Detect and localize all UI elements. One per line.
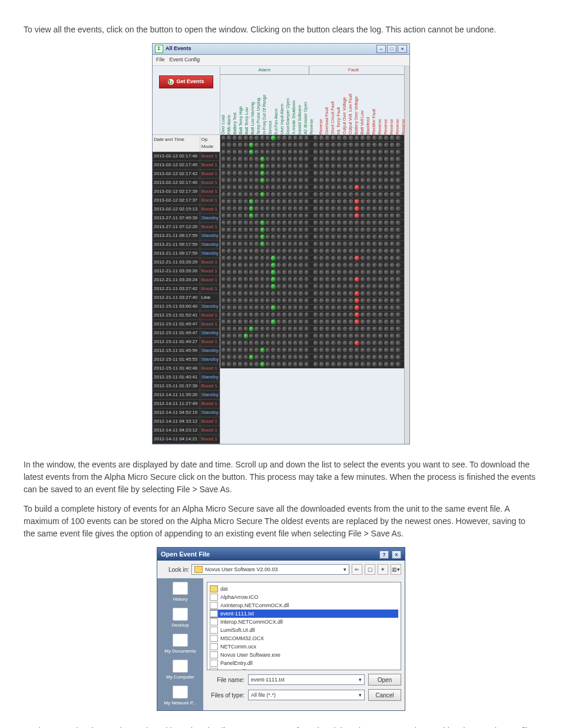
status-dot <box>271 298 275 303</box>
table-row[interactable]: 2013-21-11 09:17:59Standby <box>153 241 220 249</box>
menu-event-config[interactable]: Event Config <box>170 56 200 64</box>
status-dot <box>293 341 297 345</box>
table-row[interactable]: 2012-14-11 04:14:21Boost 1 <box>153 435 220 444</box>
status-dot <box>355 178 359 183</box>
file-item[interactable]: PanelEntry.dll <box>210 659 398 667</box>
cell-opmode: Boost 1 <box>200 426 220 434</box>
status-dot <box>313 355 318 360</box>
status-dot <box>319 319 324 324</box>
table-row[interactable]: 2012-14-11 11:27:49Boost 1 <box>153 400 220 409</box>
file-item[interactable]: XPStyle.dll <box>210 667 398 670</box>
table-row[interactable]: 2012-14-11 11:35:26Standby <box>153 391 220 400</box>
status-dot <box>233 334 237 338</box>
file-item[interactable]: AxInterop.NETCommOCX.dll <box>210 601 398 610</box>
status-dot <box>361 242 365 246</box>
alarm-col-label: FAN Alarm <box>226 74 232 134</box>
filename-input[interactable]: event-1111.txt ▾ <box>248 674 365 685</box>
file-list[interactable]: datAlphaArrow.ICOAxInterop.NETCommOCX.dl… <box>207 582 401 670</box>
table-row[interactable]: 2013-27-11 07:12:20Boost 1 <box>153 223 220 232</box>
file-item[interactable]: AlphaArrow.ICO <box>210 593 398 601</box>
status-dot <box>355 256 359 261</box>
table-row[interactable]: 2013-21-11 09:17:59Standby <box>153 232 220 241</box>
table-row[interactable]: 2013-02-12 02:17:37Boost 1 <box>153 196 220 205</box>
close-button[interactable]: × <box>392 551 401 559</box>
status-dot <box>260 164 265 169</box>
file-item[interactable]: NETComm.ocx <box>210 643 398 651</box>
table-row[interactable]: 2012-15-11 01:52:41Boost 1 <box>153 311 220 320</box>
open-button[interactable]: Open <box>368 674 401 686</box>
table-row[interactable]: 2012-14-11 04:52:19Standby <box>153 409 220 417</box>
file-item[interactable]: Novus User Software.exe <box>210 651 398 659</box>
table-row[interactable]: 2013-02-12 02:17:39Boost 1 <box>153 187 220 196</box>
table-row[interactable]: 2013-27-11 07:49:39Standby <box>153 214 220 223</box>
table-row[interactable]: 2013-21-11 09:17:59Standby <box>153 249 220 258</box>
table-row[interactable]: 2012-21-11 03:28:24Boost 1 <box>153 276 220 285</box>
status-dot <box>249 334 253 338</box>
table-row[interactable]: 2012-15-11 01:40:48Boost 1 <box>153 364 220 373</box>
table-row[interactable]: 2012-14-11 04:23:12Boost 1 <box>153 426 220 435</box>
view-menu-button[interactable]: ▥▾ <box>391 564 401 575</box>
file-item[interactable]: Interop.NETCommOCX.dll <box>210 618 398 626</box>
table-row[interactable]: 2012-21-11 03:28:26Boost 1 <box>153 267 220 276</box>
table-row[interactable]: 2012-21-11 03:28:29Boost 1 <box>153 258 220 267</box>
file-item[interactable]: LumiSoft.UI.dll <box>210 626 398 634</box>
status-dot <box>277 277 281 282</box>
table-row[interactable]: 2012-15-11 01:49:47Boost 1 <box>153 320 220 329</box>
maximize-button[interactable]: □ <box>387 45 396 53</box>
status-dot <box>361 157 365 162</box>
table-row[interactable]: 2012-15-11 01:49:47Standby <box>153 329 220 338</box>
status-dot <box>390 312 395 317</box>
help-button[interactable]: ? <box>379 551 389 559</box>
lookin-combo[interactable]: Novus User Software V2.00.03 ▾ <box>191 564 349 575</box>
table-row[interactable]: 2012-15-11 01:45:53Standby <box>153 355 220 364</box>
place-item[interactable]: My Computer <box>166 660 194 681</box>
table-row[interactable]: 2012-15-11 03:00:40Standby <box>153 302 220 311</box>
status-dot <box>244 171 248 176</box>
file-item[interactable]: event-1111.txt <box>210 610 398 618</box>
up-button[interactable]: ▢ <box>365 564 375 575</box>
table-row[interactable]: 2012-14-11 04:33:12Boost 1 <box>153 417 220 426</box>
back-button[interactable]: ⇐ <box>352 564 362 575</box>
table-row[interactable]: 2012-21-11 03:27:40Line <box>153 294 220 302</box>
table-row[interactable]: 2012-21-11 03:27:42Boost 1 <box>153 285 220 294</box>
table-row[interactable]: 2012-15-11 01:45:59Standby <box>153 347 220 355</box>
place-item[interactable]: Desktop <box>171 608 189 629</box>
close-button[interactable]: × <box>398 45 407 53</box>
status-dot <box>288 249 292 253</box>
status-dot <box>343 171 348 176</box>
file-item[interactable]: MSCOMM32.OCX <box>210 634 398 643</box>
status-dot <box>319 213 324 218</box>
status-dot <box>390 270 395 275</box>
table-row[interactable]: 2013-02-12 02:17:45Boost 1 <box>153 161 220 170</box>
status-dot <box>249 143 253 147</box>
status-dot <box>325 327 330 331</box>
cancel-button[interactable]: Cancel <box>368 689 401 701</box>
table-row[interactable]: 2013-02-12 02:17:42Boost 1 <box>153 170 220 179</box>
new-folder-button[interactable]: ✶ <box>378 564 388 575</box>
place-item[interactable]: My Documents <box>164 634 196 655</box>
status-dot <box>244 305 248 310</box>
minimize-button[interactable]: – <box>376 45 386 53</box>
status-dot <box>299 185 303 190</box>
menu-file[interactable]: File <box>156 56 165 64</box>
status-dot <box>288 199 292 204</box>
status-dot <box>355 206 359 211</box>
get-events-button[interactable]: Get Events <box>159 75 213 88</box>
status-dot <box>313 291 318 296</box>
table-row[interactable]: 2013-02-12 02:17:40Boost 1 <box>153 179 220 187</box>
status-dot <box>266 242 270 246</box>
table-row[interactable]: 2012-15-11 01:49:27Boost 1 <box>153 338 220 347</box>
table-row[interactable]: 2013-02-12 02:15:13Boost 1 <box>153 205 220 214</box>
status-dot <box>293 362 297 367</box>
file-item[interactable]: dat <box>210 585 398 593</box>
place-item[interactable]: My Network P... <box>164 686 196 707</box>
dot-row <box>220 185 404 192</box>
table-row[interactable]: 2012-15-11 01:40:41Standby <box>153 373 220 382</box>
place-item[interactable]: History <box>173 582 188 603</box>
filetype-combo[interactable]: All file (*.*) ▾ <box>248 690 365 700</box>
table-row[interactable]: 2013-02-12 02:17:46Boost 1 <box>153 152 220 161</box>
status-dot <box>305 136 309 140</box>
table-row[interactable]: 2012-15-11 01:37:39Boost 1 <box>153 382 220 391</box>
status-dot <box>293 256 297 261</box>
status-dot <box>254 192 259 197</box>
